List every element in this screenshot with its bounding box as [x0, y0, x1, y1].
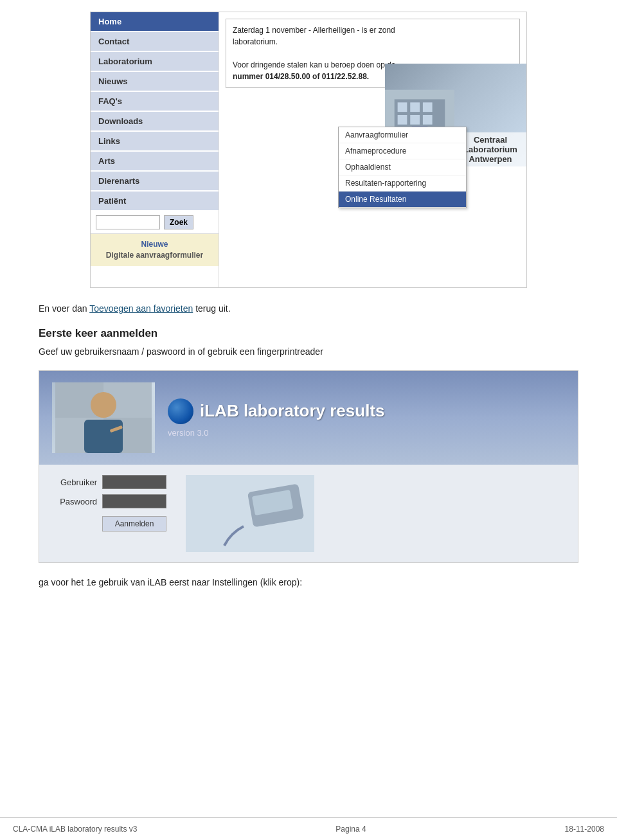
ilab-title: iLAB laboratory results [200, 401, 385, 421]
intro-paragraph: En voer dan Toevoegen aan favorieten ter… [39, 302, 578, 316]
nav-item-links[interactable]: Links [91, 132, 219, 152]
aanmelden-button[interactable]: Aanmelden [102, 516, 166, 532]
device-svg [186, 475, 314, 552]
intro-text-before: En voer dan [39, 303, 89, 314]
ilab-header: iLAB laboratory results version 3.0 [39, 371, 578, 465]
dropdown-item-online[interactable]: Online Resultaten [339, 192, 466, 208]
favorieten-link[interactable]: Toevoegen aan favorieten [89, 303, 193, 314]
ilab-logo-area: iLAB laboratory results version 3.0 [168, 398, 385, 438]
nav-item-downloads[interactable]: Downloads [91, 112, 219, 132]
login-form: Gebruiker Paswoord Aanmelden [52, 475, 166, 532]
footer-left: CLA-CMA iLAB laboratory results v3 [13, 825, 137, 834]
paswoord-input[interactable] [102, 494, 166, 508]
nav-item-dierenarts[interactable]: Dierenarts [91, 172, 219, 192]
page-body: En voer dan Toevoegen aan favorieten ter… [0, 288, 617, 621]
paswoord-label: Paswoord [52, 497, 97, 506]
paswoord-row: Paswoord [52, 494, 166, 508]
intro-text-after: terug uit. [193, 303, 230, 314]
search-button[interactable]: Zoek [164, 215, 193, 229]
dropdown-item-afname[interactable]: Afnameprocedure [339, 143, 466, 159]
promo-box: Nieuwe Digitale aanvraagformulier [91, 233, 219, 266]
notice-line2: laboratorium. [233, 36, 513, 48]
section-subtext: Geef uw gebruikersnaam / paswoord in of … [39, 345, 578, 359]
footer-center: Pagina 4 [335, 825, 366, 834]
content-column: Zaterdag 1 november - Allerheiligen - is… [219, 12, 526, 287]
nav-item-patient[interactable]: Patiënt [91, 192, 219, 211]
dropdown-item-resultaten[interactable]: Resultaten-rapportering [339, 175, 466, 192]
ilab-device-area [186, 475, 314, 552]
ilab-person-area [52, 382, 155, 453]
closing-text: ga voor het 1e gebruik van iLAB eerst na… [39, 576, 578, 589]
dropdown-menu: Aanvraagformulier Afnameprocedure Ophaal… [338, 127, 467, 208]
nav-item-arts[interactable]: Arts [91, 152, 219, 172]
svg-point-12 [91, 392, 116, 418]
dropdown-item-ophaal[interactable]: Ophaaldienst [339, 159, 466, 175]
nav-item-contact[interactable]: Contact [91, 32, 219, 52]
svg-rect-6 [410, 115, 420, 125]
ilab-title-row: iLAB laboratory results [168, 398, 385, 424]
person-svg [55, 382, 152, 453]
svg-rect-2 [398, 102, 407, 112]
section-heading: Eerste keer aanmelden [39, 327, 578, 340]
website-screenshot: Home Contact Laboratorium Nieuws FAQ's D… [90, 12, 527, 288]
footer-right: 18-11-2008 [565, 825, 604, 834]
svg-rect-13 [84, 420, 123, 453]
nav-item-home[interactable]: Home [91, 12, 219, 32]
search-row: Zoek [91, 211, 219, 233]
nav-item-faqs[interactable]: FAQ's [91, 92, 219, 112]
page-footer: CLA-CMA iLAB laboratory results v3 Pagin… [0, 818, 617, 840]
svg-rect-7 [423, 115, 433, 125]
notice-line1: Zaterdag 1 november - Allerheiligen - is… [233, 24, 513, 36]
gebruiker-input[interactable] [102, 475, 166, 489]
ilab-screenshot: iLAB laboratory results version 3.0 Gebr… [39, 370, 578, 563]
search-input[interactable] [96, 215, 160, 229]
svg-rect-3 [410, 102, 420, 112]
ilab-version: version 3.0 [168, 428, 209, 438]
gebruiker-row: Gebruiker [52, 475, 166, 489]
nav-item-nieuws[interactable]: Nieuws [91, 72, 219, 92]
gebruiker-label: Gebruiker [52, 478, 97, 487]
svg-rect-5 [398, 115, 407, 125]
promo-line1: Nieuwe [141, 240, 168, 249]
ilab-login-area: Gebruiker Paswoord Aanmelden [39, 465, 578, 562]
dropdown-item-aanvraag[interactable]: Aanvraagformulier [339, 127, 466, 143]
svg-rect-4 [423, 102, 433, 112]
ilab-globe-icon [168, 398, 193, 424]
promo-line2: Digitale aanvraagformulier [106, 251, 203, 260]
nav-column: Home Contact Laboratorium Nieuws FAQ's D… [91, 12, 219, 287]
nav-item-laboratorium[interactable]: Laboratorium [91, 52, 219, 72]
